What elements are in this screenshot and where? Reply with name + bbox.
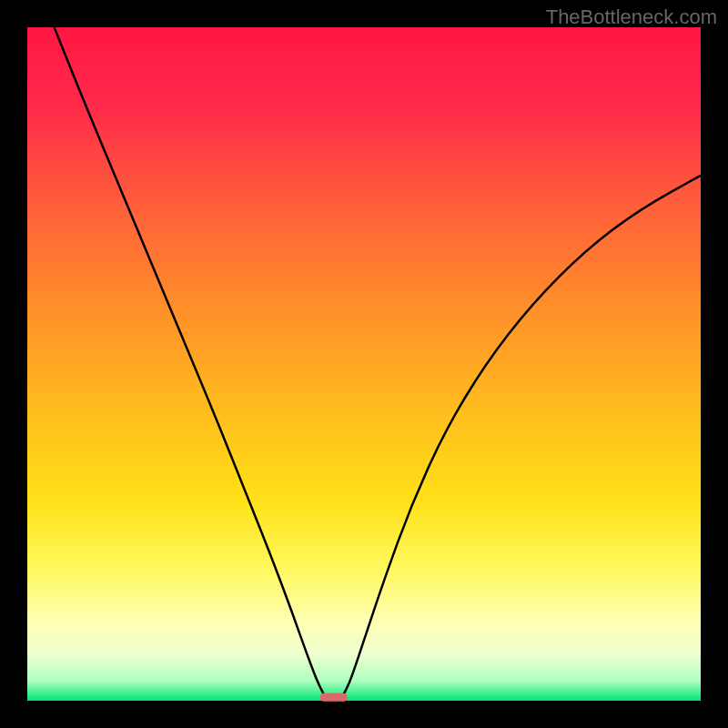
plot-background — [27, 27, 701, 701]
chart-svg — [0, 0, 728, 728]
bottleneck-chart — [0, 0, 728, 728]
bottleneck-marker — [320, 693, 348, 702]
watermark-text: TheBottleneck.com — [546, 5, 717, 29]
